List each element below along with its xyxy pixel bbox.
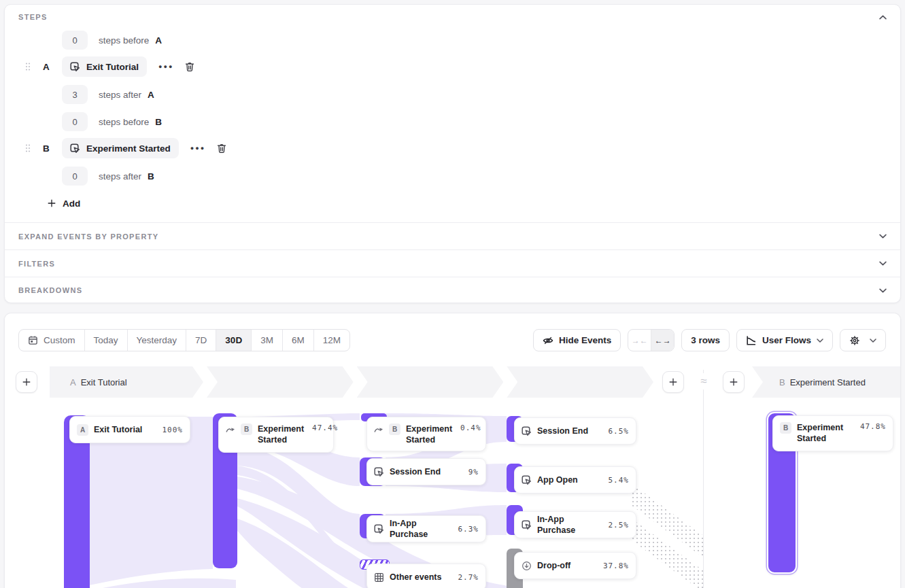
flow-node-experiment-started-47[interactable]: B Experiment Started 47.4% [218, 417, 334, 453]
date-range-selector: Custom Today Yesterday 7D 30D 3M 6M 12M [18, 329, 350, 351]
chevron-down-icon [879, 261, 887, 266]
steps-after-b-ref: B [148, 171, 154, 181]
gear-icon [849, 335, 860, 346]
step-a-event-label: Exit Tutorial [86, 62, 139, 72]
calendar-icon [28, 335, 38, 345]
steps-before-a-row: 0 steps before A [62, 31, 162, 50]
flow-node-session-end-65[interactable]: Session End 6.5% [514, 417, 636, 445]
chevron-down-icon [879, 288, 887, 293]
event-icon [70, 62, 80, 72]
step-b-row: B Experiment Started ●●● [25, 138, 227, 158]
trash-icon [184, 61, 195, 72]
viz-toolbar: Custom Today Yesterday 7D 30D 3M 6M 12M … [18, 329, 886, 351]
expand-columns-button[interactable]: ←→ [651, 330, 674, 351]
date-range-6m[interactable]: 6M [282, 330, 313, 351]
column-header-4[interactable] [507, 366, 653, 398]
event-icon [374, 524, 384, 534]
indirect-flow-icon [226, 426, 235, 434]
flow-node-other-events[interactable]: Other events 2.7% [366, 564, 486, 588]
column-header-step-a[interactable]: AExit Tutorial [50, 366, 203, 398]
event-icon [522, 426, 532, 436]
date-range-12m[interactable]: 12M [313, 330, 349, 351]
step-b-letter: B [43, 143, 52, 154]
collapse-columns-button[interactable]: →← [628, 330, 651, 351]
step-b-event-label: Experiment Started [86, 143, 171, 154]
drag-handle-icon[interactable] [25, 143, 31, 153]
date-range-custom[interactable]: Custom [19, 330, 84, 351]
step-a-row: A Exit Tutorial ●●● [25, 56, 195, 77]
steps-before-a-ref: A [155, 35, 162, 46]
section-breakdowns[interactable]: BREAKDOWNS [5, 277, 900, 303]
other-events-grid-icon [374, 572, 384, 583]
hide-events-button[interactable]: Hide Events [533, 329, 621, 351]
flow-node-in-app-purchase-63[interactable]: In-App Purchase 6.3% [366, 515, 486, 542]
sankey-canvas: A Exit Tutorial 100% B Experiment Starte… [5, 402, 900, 588]
steps-panel: STEPS 0 steps before A A Exit Tutorial ●… [4, 4, 901, 303]
flow-node-in-app-purchase-25[interactable]: In-App Purchase 2.5% [514, 511, 636, 538]
collapse-steps-chevron-up-icon[interactable] [879, 15, 887, 20]
date-range-30d-selected[interactable]: 30D [216, 330, 251, 351]
steps-before-a-label: steps before [99, 35, 149, 46]
date-range-yesterday[interactable]: Yesterday [127, 330, 186, 351]
event-icon [70, 143, 80, 154]
step-badge: B [389, 423, 400, 435]
add-step-button[interactable]: Add [47, 195, 80, 211]
steps-after-a-ref: A [148, 90, 154, 100]
flow-node-experiment-started-end[interactable]: B Experiment Started 47.8% [772, 415, 893, 451]
step-badge: B [241, 423, 252, 435]
plus-icon [668, 377, 678, 387]
filters-title: FILTERS [18, 260, 55, 268]
steps-before-a-input[interactable]: 0 [62, 31, 88, 50]
view-selector-button[interactable]: User Flows [736, 329, 833, 351]
event-icon [522, 475, 532, 485]
width-toggle: →← ←→ [628, 329, 675, 351]
settings-button[interactable] [840, 329, 886, 351]
user-flows-screen: STEPS 0 steps before A A Exit Tutorial ●… [0, 0, 905, 588]
step-a-delete-button[interactable] [184, 61, 195, 72]
rows-count-button[interactable]: 3 rows [681, 329, 730, 351]
drag-handle-icon[interactable] [25, 62, 31, 71]
flow-node-app-open[interactable]: App Open 5.4% [514, 466, 636, 494]
section-expand-events-by-property[interactable]: EXPAND EVENTS BY PROPERTY [5, 222, 900, 249]
step-a-event-button[interactable]: Exit Tutorial [62, 56, 147, 77]
step-b-more-button[interactable]: ●●● [190, 145, 205, 152]
step-b-event-button[interactable]: Experiment Started [62, 138, 179, 158]
add-column-right-button[interactable] [723, 371, 745, 393]
add-column-middle-button[interactable] [662, 371, 684, 393]
flow-node-drop-off[interactable]: Drop-off 37.8% [514, 552, 636, 579]
plus-icon [729, 377, 738, 387]
step-b-delete-button[interactable] [216, 143, 227, 154]
chevron-down-icon [870, 339, 876, 343]
flow-node-session-end-9[interactable]: Session End 9% [366, 458, 486, 485]
plus-icon [22, 377, 31, 387]
steps-before-b-row: 0 steps before B [62, 112, 162, 131]
step-badge: B [780, 422, 791, 434]
flow-column-header-band-b: BExperiment Started [752, 366, 900, 398]
add-step-label: Add [63, 198, 80, 209]
steps-title: STEPS [18, 13, 48, 21]
add-column-left-button[interactable] [16, 371, 37, 393]
flow-column-header-band: AExit Tutorial [50, 366, 653, 398]
column-header-step-b[interactable]: BExperiment Started [752, 366, 900, 398]
chevron-down-icon [879, 234, 887, 239]
column-header-3[interactable] [357, 366, 504, 398]
flow-node-experiment-started-04[interactable]: B Experiment Started 0.4% [366, 417, 486, 451]
drop-off-icon [522, 561, 532, 571]
steps-before-b-input[interactable]: 0 [62, 112, 88, 131]
section-filters[interactable]: FILTERS [5, 249, 900, 277]
column-header-2[interactable] [207, 366, 354, 398]
trash-icon [216, 143, 227, 154]
flow-node-exit-tutorial[interactable]: A Exit Tutorial 100% [69, 416, 190, 443]
date-range-7d[interactable]: 7D [186, 330, 216, 351]
steps-before-b-ref: B [155, 117, 162, 127]
chevron-down-icon [817, 339, 823, 343]
steps-after-b-input[interactable]: 0 [62, 167, 88, 186]
breakdowns-title: BREAKDOWNS [18, 286, 82, 294]
plus-icon [47, 198, 56, 208]
steps-after-a-input[interactable]: 3 [62, 85, 88, 104]
date-range-today[interactable]: Today [84, 330, 127, 351]
date-range-3m[interactable]: 3M [251, 330, 282, 351]
steps-after-a-label: steps after [99, 90, 141, 100]
step-a-more-button[interactable]: ●●● [158, 63, 173, 70]
steps-header: STEPS [18, 13, 887, 21]
